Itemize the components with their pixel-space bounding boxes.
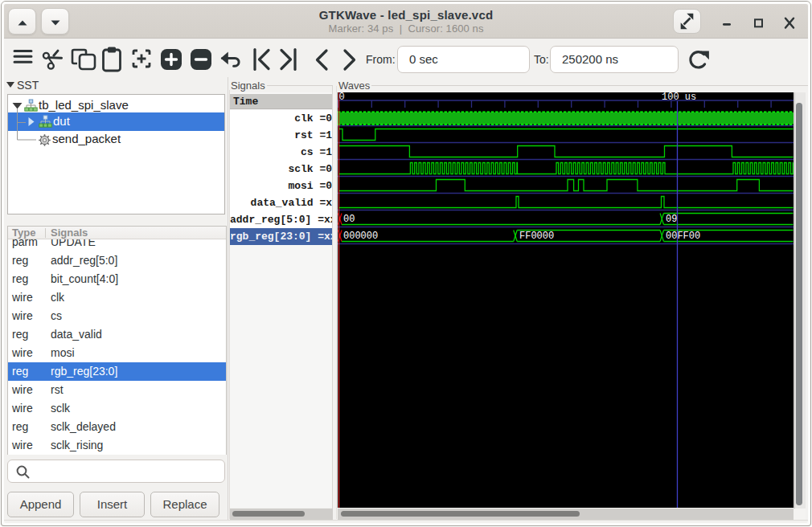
svg-text:0: 0 <box>339 92 345 103</box>
svg-text:000000: 000000 <box>343 231 378 242</box>
svg-text:FF0000: FF0000 <box>519 231 554 242</box>
svg-text:09: 09 <box>666 214 677 225</box>
svg-text:00: 00 <box>343 214 355 225</box>
svg-text:00FF00: 00FF00 <box>666 231 700 242</box>
svg-text:100 us: 100 us <box>662 92 696 103</box>
